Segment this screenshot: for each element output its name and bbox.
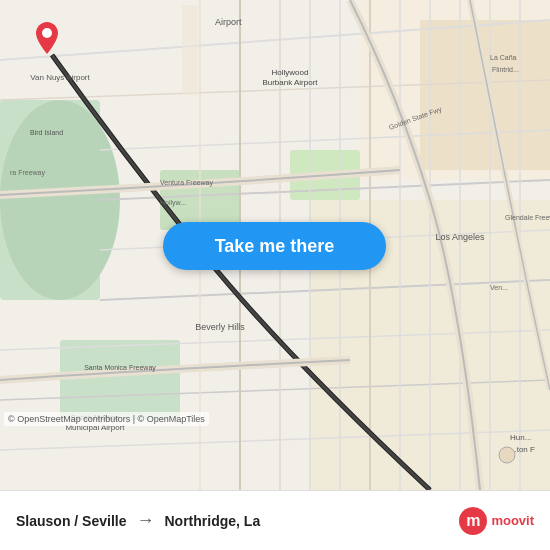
svg-text:Santa Monica Freeway: Santa Monica Freeway — [84, 364, 156, 372]
svg-rect-5 — [60, 340, 180, 420]
svg-text:Hollyw...: Hollyw... — [160, 199, 186, 207]
map-pin — [36, 22, 58, 58]
moovit-brand: moovit — [491, 513, 534, 528]
svg-text:Flintrid...: Flintrid... — [492, 66, 519, 73]
svg-text:Van Nuys Airport: Van Nuys Airport — [30, 73, 90, 82]
svg-text:Ventura Freeway: Ventura Freeway — [160, 179, 213, 187]
info-bar: Slauson / Seville → Northridge, La m moo… — [0, 490, 550, 550]
svg-text:Los Angeles: Los Angeles — [435, 232, 485, 242]
svg-point-50 — [499, 447, 515, 463]
route-to: Northridge, La — [165, 513, 261, 529]
svg-rect-7 — [420, 20, 550, 170]
route-from: Slauson / Seville — [16, 513, 127, 529]
map-attribution: © OpenStreetMap contributors | © OpenMap… — [4, 412, 209, 426]
svg-text:Airport: Airport — [215, 17, 242, 27]
map-container: Airport Hollywood Burbank Airport Van Nu… — [0, 0, 550, 490]
svg-point-51 — [42, 28, 52, 38]
take-me-there-button[interactable]: Take me there — [163, 222, 386, 270]
svg-text:Burbank Airport: Burbank Airport — [262, 78, 318, 87]
route-arrow: → — [137, 510, 155, 531]
moovit-m-icon: m — [459, 507, 487, 535]
moovit-logo: m moovit — [459, 507, 534, 535]
svg-text:Ven...: Ven... — [490, 284, 508, 291]
svg-text:Hollywood: Hollywood — [272, 68, 309, 77]
svg-text:Beverly Hills: Beverly Hills — [195, 322, 245, 332]
button-label: Take me there — [215, 236, 335, 257]
svg-rect-29 — [182, 5, 198, 95]
svg-text:ra Freeway: ra Freeway — [10, 169, 46, 177]
svg-text:Glendale Freeway: Glendale Freeway — [505, 214, 550, 222]
svg-text:Bird Island: Bird Island — [30, 129, 63, 136]
svg-text:La Caña: La Caña — [490, 54, 517, 61]
svg-text:Hun...: Hun... — [510, 433, 531, 442]
